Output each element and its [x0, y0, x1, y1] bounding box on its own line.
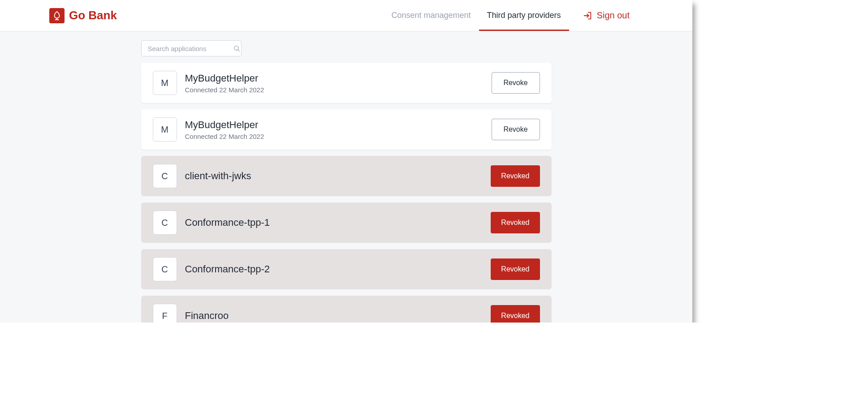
content-inner: M MyBudgetHelper Connected 22 March 2022…	[141, 40, 552, 323]
app-info: MyBudgetHelper Connected 22 March 2022	[185, 73, 484, 94]
search-icon	[233, 45, 240, 52]
nav-consent-management[interactable]: Consent management	[383, 1, 479, 31]
app-window: Go Bank Consent management Third party p…	[0, 0, 692, 323]
app-card: C client-with-jwks Revoked	[141, 156, 552, 196]
app-info: Financroo	[185, 310, 483, 322]
app-name: client-with-jwks	[185, 170, 483, 182]
app-card: C Conformance-tpp-2 Revoked	[141, 249, 552, 289]
search-wrap	[141, 40, 552, 56]
app-name: MyBudgetHelper	[185, 119, 484, 131]
sign-out-label: Sign out	[597, 10, 630, 21]
brand-name: Go Bank	[69, 9, 117, 22]
revoked-badge[interactable]: Revoked	[491, 305, 540, 323]
app-card: M MyBudgetHelper Connected 22 March 2022…	[141, 63, 552, 103]
app-avatar: M	[153, 117, 177, 142]
app-name: Conformance-tpp-1	[185, 217, 483, 228]
revoked-badge[interactable]: Revoked	[491, 165, 540, 187]
header: Go Bank Consent management Third party p…	[0, 0, 692, 31]
brand-logo[interactable]: Go Bank	[49, 8, 117, 23]
search-box[interactable]	[141, 40, 242, 56]
nav-third-party-providers[interactable]: Third party providers	[479, 1, 569, 31]
revoked-badge[interactable]: Revoked	[491, 212, 540, 233]
app-card: M MyBudgetHelper Connected 22 March 2022…	[141, 109, 552, 150]
sign-out-icon	[583, 11, 592, 21]
app-name: Conformance-tpp-2	[185, 263, 483, 275]
app-info: Conformance-tpp-2	[185, 263, 483, 275]
app-name: MyBudgetHelper	[185, 73, 484, 84]
app-avatar: F	[153, 304, 177, 323]
sign-out-button[interactable]: Sign out	[569, 0, 630, 31]
app-name: Financroo	[185, 310, 483, 322]
app-avatar: C	[153, 257, 177, 281]
revoked-badge[interactable]: Revoked	[491, 258, 540, 280]
brand-logo-icon	[49, 8, 65, 23]
app-info: client-with-jwks	[185, 170, 483, 182]
app-avatar: C	[153, 211, 177, 235]
revoke-button[interactable]: Revoke	[492, 72, 540, 94]
app-card: F Financroo Revoked	[141, 296, 552, 323]
content-area: M MyBudgetHelper Connected 22 March 2022…	[0, 31, 692, 323]
app-connected-date: Connected 22 March 2022	[185, 86, 484, 94]
app-avatar: M	[153, 71, 177, 95]
top-nav: Consent management Third party providers…	[383, 0, 683, 31]
revoke-button[interactable]: Revoke	[492, 119, 540, 140]
app-avatar: C	[153, 164, 177, 188]
svg-line-1	[238, 50, 239, 51]
search-input[interactable]	[148, 45, 233, 52]
app-info: MyBudgetHelper Connected 22 March 2022	[185, 119, 484, 140]
app-info: Conformance-tpp-1	[185, 217, 483, 228]
app-connected-date: Connected 22 March 2022	[185, 133, 484, 140]
app-card: C Conformance-tpp-1 Revoked	[141, 202, 552, 243]
